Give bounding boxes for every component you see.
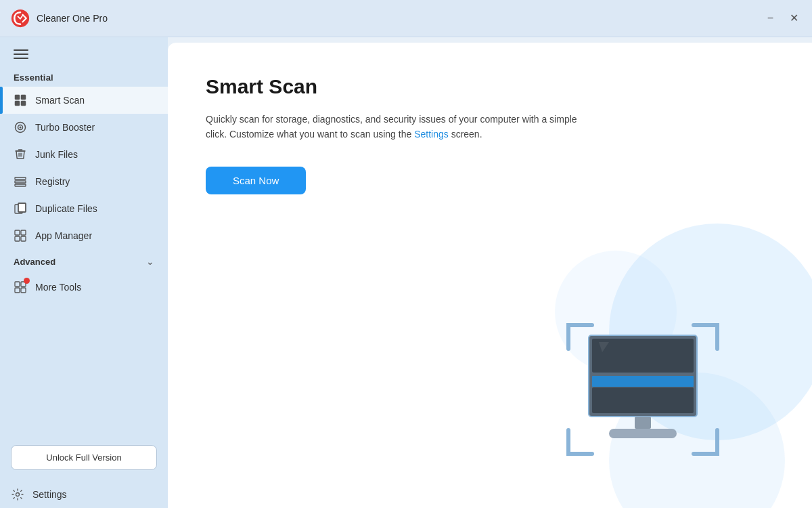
- sidebar-item-app-manager[interactable]: App Manager: [0, 222, 168, 249]
- svg-rect-10: [15, 184, 26, 186]
- svg-rect-27: [635, 417, 651, 429]
- sidebar-label-more-tools: More Tools: [35, 282, 154, 293]
- registry-icon: [14, 175, 27, 188]
- svg-rect-3: [15, 101, 20, 106]
- settings-icon: [11, 488, 24, 501]
- sidebar: Essential Smart Scan: [0, 37, 168, 508]
- svg-rect-2: [21, 95, 26, 100]
- app-layout: Essential Smart Scan: [0, 37, 812, 508]
- svg-rect-12: [18, 203, 26, 212]
- description-text-2: screen.: [449, 129, 482, 140]
- app-logo: [11, 9, 30, 28]
- sidebar-label-turbo-booster: Turbo Booster: [35, 122, 154, 133]
- svg-rect-4: [21, 101, 26, 106]
- essential-section-label: Essential: [0, 66, 168, 87]
- svg-point-22: [16, 493, 20, 496]
- duplicate-files-icon: [14, 202, 27, 215]
- smart-scan-icon: [14, 93, 27, 107]
- more-tools-icon: [14, 280, 27, 294]
- sidebar-label-duplicate-files: Duplicate Files: [35, 203, 154, 214]
- description-text-1: Quickly scan for storage, diagnostics, a…: [206, 114, 577, 140]
- svg-rect-28: [609, 429, 677, 438]
- svg-rect-1: [15, 95, 20, 100]
- title-bar: Cleaner One Pro − ✕: [0, 0, 812, 37]
- sidebar-item-junk-files[interactable]: Junk Files: [0, 141, 168, 168]
- notification-dot: [24, 278, 30, 284]
- scanner-illustration: [555, 312, 731, 467]
- sidebar-label-registry: Registry: [35, 176, 154, 187]
- svg-rect-8: [15, 177, 26, 179]
- turbo-booster-icon: [14, 121, 27, 134]
- svg-rect-16: [15, 236, 20, 241]
- chevron-down-icon: ⌄: [146, 256, 154, 267]
- sidebar-item-duplicate-files[interactable]: Duplicate Files: [0, 195, 168, 222]
- app-title: Cleaner One Pro: [37, 13, 108, 24]
- window-controls: − ✕: [765, 10, 801, 26]
- sidebar-bottom: Unlock Full Version: [0, 434, 168, 481]
- hamburger-menu[interactable]: [0, 37, 42, 66]
- svg-rect-21: [21, 288, 26, 293]
- settings-label: Settings: [32, 489, 67, 500]
- scan-now-button[interactable]: Scan Now: [206, 167, 306, 194]
- svg-rect-20: [15, 288, 20, 293]
- svg-rect-17: [21, 236, 26, 241]
- hamburger-line-3: [14, 58, 28, 59]
- page-title: Smart Scan: [206, 75, 774, 98]
- advanced-section-label: Advanced: [14, 257, 146, 267]
- minimize-button[interactable]: −: [765, 10, 776, 26]
- hamburger-line-2: [14, 54, 28, 55]
- sidebar-item-more-tools[interactable]: More Tools: [0, 274, 168, 301]
- svg-rect-14: [15, 230, 20, 235]
- svg-rect-15: [21, 230, 26, 235]
- unlock-full-version-button[interactable]: Unlock Full Version: [11, 445, 157, 470]
- close-button[interactable]: ✕: [787, 10, 801, 26]
- svg-rect-26: [592, 387, 694, 413]
- sidebar-item-smart-scan[interactable]: Smart Scan: [0, 87, 168, 114]
- main-content: Smart Scan Quickly scan for storage, dia…: [168, 43, 812, 508]
- svg-rect-25: [592, 376, 694, 387]
- sidebar-label-app-manager: App Manager: [35, 230, 154, 241]
- sidebar-item-turbo-booster[interactable]: Turbo Booster: [0, 114, 168, 141]
- svg-point-7: [20, 127, 22, 129]
- sidebar-item-settings[interactable]: Settings: [0, 481, 168, 508]
- sidebar-item-registry[interactable]: Registry: [0, 168, 168, 195]
- hamburger-line-1: [14, 49, 28, 51]
- svg-rect-9: [15, 181, 26, 183]
- app-manager-icon: [14, 229, 27, 242]
- settings-link[interactable]: Settings: [414, 129, 449, 140]
- svg-rect-18: [15, 282, 20, 287]
- sidebar-label-smart-scan: Smart Scan: [35, 95, 154, 106]
- sidebar-label-junk-files: Junk Files: [35, 149, 154, 160]
- page-description: Quickly scan for storage, diagnostics, a…: [206, 112, 598, 142]
- junk-files-icon: [14, 148, 27, 161]
- advanced-section[interactable]: Advanced ⌄: [0, 249, 168, 274]
